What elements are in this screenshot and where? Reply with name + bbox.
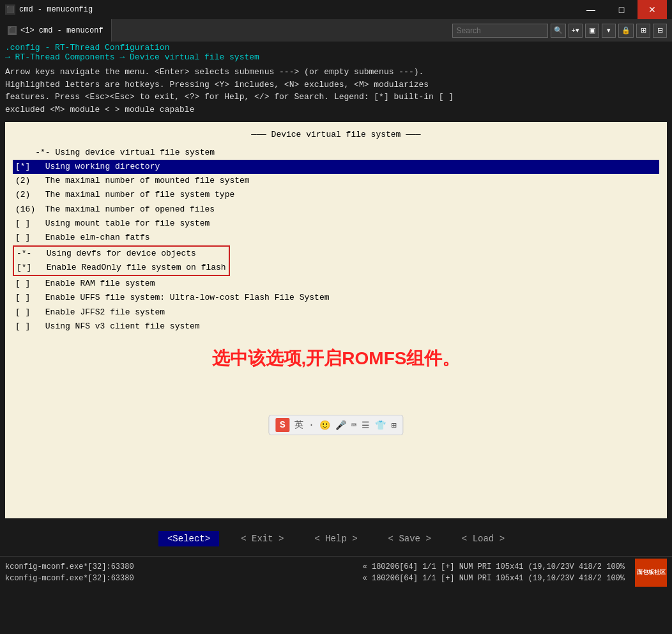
status-right: 面包板社区	[630, 557, 672, 588]
status-line2: kconfig-mconf.exe*[32]:63380	[5, 573, 353, 584]
status-line1: kconfig-mconf.exe*[32]:63380	[5, 561, 353, 573]
tab-item[interactable]: ⬛ <1> cmd - menuconf	[0, 19, 112, 42]
red-box-group: -*- Using devfs for device objects [*] E…	[13, 245, 230, 276]
menu-item-11[interactable]: [ ] Enable JFFS2 file system	[13, 305, 659, 320]
search-input[interactable]	[452, 24, 548, 38]
menu-item-9[interactable]: [ ] Enable RAM file system	[13, 277, 659, 291]
title-bar: ⬛ cmd - menuconfig — □ ✕	[0, 0, 672, 19]
toolbar-btn1[interactable]: ▾	[602, 24, 616, 38]
ime-grid[interactable]: ⊞	[391, 420, 396, 431]
title-bar-left: ⬛ cmd - menuconfig	[5, 4, 93, 15]
ime-dot: ·	[309, 420, 314, 430]
info-line3: features. Press <Esc><Esc> to exit, <?> …	[5, 91, 667, 104]
info-line4: excluded <M> module < > module capable	[5, 104, 667, 116]
ime-lang[interactable]: 英	[294, 419, 303, 431]
tab-toolbar: 🔍 +▾ ▣ ▾ 🔒 ⊞ ⊟	[452, 19, 672, 42]
forum-logo: 面包板社区	[635, 559, 667, 587]
view-button[interactable]: ▣	[585, 24, 599, 38]
status-bar: kconfig-mconf.exe*[32]:63380 kconfig-mco…	[0, 556, 672, 588]
load-button[interactable]: < Load >	[453, 531, 514, 546]
close-button[interactable]: ✕	[638, 0, 667, 19]
status-left: kconfig-mconf.exe*[32]:63380 kconfig-mco…	[0, 557, 358, 588]
breadcrumb-area: .config - RT-Thread Configuration → RT-T…	[0, 42, 672, 63]
ime-logo: S	[275, 418, 289, 432]
info-line2: Highlighted letters are hotkeys. Pressin…	[5, 79, 667, 91]
menu-item-0[interactable]: -*- Using device virtual file system	[13, 146, 659, 160]
search-button[interactable]: 🔍	[551, 24, 566, 38]
ime-skin[interactable]: 👕	[375, 420, 386, 431]
status-center: « 180206[64] 1/1 [+] NUM PRI 105x41 (19,…	[358, 557, 630, 588]
minimize-button[interactable]: —	[576, 0, 606, 19]
menu-item-10[interactable]: [ ] Enable UFFS file system: Ultra-low-c…	[13, 291, 659, 305]
ime-keyboard[interactable]: ⌨	[351, 420, 356, 431]
maximize-button[interactable]: □	[607, 0, 636, 19]
menu-item-4[interactable]: (16) The maximal number of opened files	[13, 203, 659, 217]
select-button[interactable]: <Select>	[158, 531, 219, 546]
ime-mic[interactable]: 🎤	[335, 420, 346, 431]
toolbar-btn3[interactable]: ⊞	[636, 24, 650, 38]
menu-items-list: -*- Using device virtual file system [*]…	[13, 146, 659, 334]
terminal: .config - RT-Thread Configuration → RT-T…	[0, 42, 672, 518]
menu-item-7[interactable]: -*- Using devfs for device objects	[14, 247, 229, 261]
menu-title: ——— Device virtual file system ———	[13, 130, 659, 139]
breadcrumb-line2: → RT-Thread Components → Device virtual …	[5, 52, 667, 62]
toolbar-btn4[interactable]: ⊟	[653, 24, 667, 38]
app-icon: ⬛	[5, 4, 15, 15]
menu-container: ——— Device virtual file system ——— -*- U…	[5, 122, 667, 518]
exit-button[interactable]: < Exit >	[232, 531, 293, 546]
title-bar-controls: — □ ✕	[576, 0, 667, 19]
status-center-line2: « 180206[64] 1/1 [+] NUM PRI 105x41 (19,…	[363, 573, 625, 584]
menu-item-12[interactable]: [ ] Using NFS v3 client file system	[13, 320, 659, 334]
tab-icon: ⬛	[8, 26, 17, 35]
breadcrumb-line1: .config - RT-Thread Configuration	[5, 43, 667, 52]
tab-label: <1> cmd - menuconf	[20, 26, 103, 35]
help-button[interactable]: < Help >	[305, 531, 366, 546]
menu-item-3[interactable]: (2) The maximal number of file system ty…	[13, 188, 659, 202]
info-line1: Arrow keys navigate the menu. <Enter> se…	[5, 66, 667, 79]
ime-menu[interactable]: ☰	[362, 420, 370, 431]
ime-emoji[interactable]: 🙂	[319, 420, 330, 431]
tab-bar: ⬛ <1> cmd - menuconf 🔍 +▾ ▣ ▾ 🔒 ⊞ ⊟	[0, 19, 672, 42]
toolbar-btn2[interactable]: 🔒	[618, 24, 634, 38]
menu-item-2[interactable]: (2) The maximal number of mounted file s…	[13, 174, 659, 188]
save-button[interactable]: < Save >	[379, 531, 440, 546]
menu-item-5[interactable]: [ ] Using mount table for file system	[13, 217, 659, 231]
annotation-text: 选中该选项,开启ROMFS组件。	[13, 346, 659, 371]
ime-bar: S 英 · 🙂 🎤 ⌨ ☰ 👕 ⊞	[268, 415, 403, 435]
menu-item-6[interactable]: [ ] Enable elm-chan fatfs	[13, 231, 659, 245]
menu-item-8[interactable]: [*] Enable ReadOnly file system on flash	[14, 261, 229, 275]
status-center-line1: « 180206[64] 1/1 [+] NUM PRI 105x41 (19,…	[363, 561, 625, 573]
window-title: cmd - menuconfig	[19, 5, 93, 14]
bottom-buttons: <Select> < Exit > < Help > < Save > < Lo…	[0, 521, 672, 556]
menu-item-1[interactable]: [*] Using working directory	[13, 160, 659, 174]
new-tab-button[interactable]: +▾	[569, 24, 583, 38]
info-text: Arrow keys navigate the menu. <Enter> se…	[0, 63, 672, 120]
